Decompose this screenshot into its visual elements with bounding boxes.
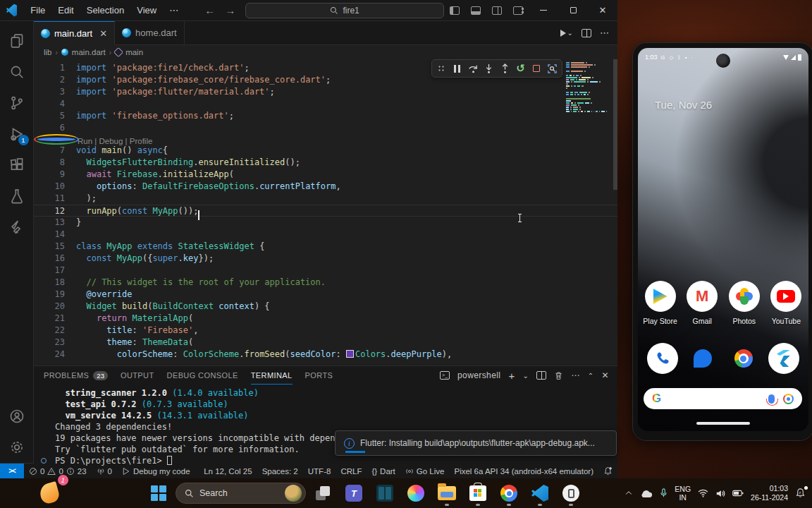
phone-screen[interactable]: 1:03 G ◇ ᛒ ▪ · Tue, Nov 26 Play Store MG… [638, 48, 808, 431]
launch-profile-chevron-icon[interactable]: ⌄ [523, 372, 529, 380]
volume-icon[interactable] [715, 489, 725, 498]
code-line[interactable]: 6 [34, 122, 617, 134]
tab-output[interactable]: OUTPUT [121, 366, 154, 385]
close-tab-icon[interactable]: ✕ [99, 28, 107, 39]
code-line[interactable]: 17 [34, 265, 617, 277]
copilot-icon[interactable] [402, 479, 430, 507]
tab-main-dart[interactable]: main.dart ✕ [34, 21, 115, 45]
teams-icon[interactable]: T [340, 479, 368, 507]
app-gmail[interactable]: MGmail [682, 281, 722, 325]
code-line[interactable]: 24 colorScheme: ColorScheme.fromSeed(see… [34, 349, 617, 361]
file-explorer-icon[interactable] [433, 479, 461, 507]
minimap[interactable] [566, 62, 607, 113]
close-button[interactable]: ✕ [588, 0, 617, 21]
editor-more-actions-icon[interactable]: ⋯ [600, 28, 609, 38]
code-line[interactable]: 10 options: DefaultFirebaseOptions.curre… [34, 181, 617, 193]
tab-problems[interactable]: PROBLEMS23 [44, 366, 108, 385]
stop-icon[interactable] [530, 62, 543, 75]
step-out-icon[interactable] [498, 62, 511, 75]
nav-back-icon[interactable]: ← [204, 4, 215, 16]
run-and-debug-icon[interactable]: 1 [0, 119, 34, 150]
menu-edit[interactable]: Edit [51, 0, 80, 21]
split-terminal-icon[interactable] [536, 371, 546, 380]
maximize-button[interactable] [558, 0, 588, 21]
menu-file[interactable]: File [24, 0, 51, 21]
tab-ports[interactable]: PORTS [305, 366, 333, 385]
app-photos[interactable]: Photos [725, 281, 764, 325]
language-indicator[interactable]: ENGIN [675, 485, 691, 502]
code-line[interactable]: 14 [34, 229, 617, 241]
settings-gear-icon[interactable] [0, 432, 34, 463]
code-line[interactable]: 23 theme: ThemeData( [34, 337, 617, 349]
code-editor[interactable]: 1import 'package:fire1/check.dart';2impo… [34, 59, 617, 365]
voice-search-icon[interactable] [768, 394, 775, 404]
accounts-icon[interactable] [0, 401, 34, 432]
nav-forward-icon[interactable]: → [225, 4, 235, 16]
microsoft-store-icon[interactable] [464, 479, 492, 507]
codelens[interactable]: Run | Debug | Profile [34, 134, 79, 145]
breadcrumb-symbol[interactable]: main [125, 48, 143, 56]
close-panel-icon[interactable]: ✕ [602, 370, 609, 380]
remote-indicator[interactable]: >< [0, 464, 24, 478]
microphone-icon[interactable] [660, 488, 668, 498]
drag-grip-icon[interactable] [435, 62, 448, 75]
messages-app-icon[interactable] [687, 343, 718, 374]
clock[interactable]: 01:0326-11-2024 [751, 484, 788, 502]
breadcrumb-file[interactable]: main.dart [72, 48, 106, 56]
task-view-button[interactable] [309, 479, 337, 507]
home-indicator[interactable] [696, 422, 750, 425]
minimize-button[interactable] [529, 0, 558, 21]
source-control-icon[interactable] [0, 87, 34, 119]
chrome-app-icon[interactable] [728, 343, 759, 374]
search-icon[interactable] [0, 56, 34, 87]
taskbar-search[interactable]: Search [176, 483, 306, 504]
code-line[interactable]: 11 ); [34, 193, 617, 205]
code-line[interactable]: 22 title: 'Firebase', [34, 325, 617, 337]
google-search-bar[interactable]: G [644, 388, 802, 409]
code-line[interactable]: 19 @override [34, 289, 617, 301]
emulator-app-icon[interactable] [557, 479, 585, 507]
restart-icon[interactable]: ↺ [515, 62, 527, 75]
panel-more-actions-icon[interactable]: ⋯ [571, 370, 579, 380]
new-terminal-icon[interactable]: + [508, 370, 515, 382]
code-line[interactable]: 21 return MaterialApp( [34, 313, 617, 325]
toggle-secondary-sidebar-icon[interactable] [486, 0, 508, 21]
code-line[interactable]: 12 runApp(const MyApp()); [34, 205, 617, 217]
tab-home-dart[interactable]: home.dart [115, 21, 185, 44]
widget-inspector-icon[interactable] [546, 62, 559, 75]
extensions-icon[interactable] [0, 150, 34, 181]
vertical-scrollbar[interactable] [613, 59, 617, 190]
code-line[interactable]: 3import 'package:flutter/material.dart'; [34, 86, 617, 98]
terminal-line[interactable]: string_scanner 1.2.0 (1.4.0 available) [55, 387, 617, 399]
vscode-icon[interactable] [526, 479, 554, 507]
code-line[interactable]: 7void main() async{ [34, 145, 617, 157]
code-line[interactable]: 16 const MyApp({super.key}); [34, 253, 617, 265]
battery-icon[interactable] [732, 490, 744, 497]
menu-selection[interactable]: Selection [80, 0, 130, 21]
customize-layout-icon[interactable] [508, 0, 529, 21]
explorer-icon[interactable] [0, 25, 34, 56]
menu-view[interactable]: View [130, 0, 163, 21]
hidden-icons-chevron[interactable] [625, 489, 633, 497]
step-into-icon[interactable] [483, 62, 496, 75]
code-line[interactable]: 18 // This widget is the root of your ap… [34, 277, 617, 289]
code-line[interactable]: 15class MyApp extends StatelessWidget { [34, 241, 617, 253]
kill-terminal-icon[interactable] [554, 371, 563, 380]
tab-terminal[interactable]: TERMINAL [251, 366, 293, 385]
code-line[interactable]: 13} [34, 217, 617, 229]
app-youtube[interactable]: YouTube [766, 281, 806, 325]
google-lens-icon[interactable] [783, 394, 794, 404]
tab-debug-console[interactable]: DEBUG CONSOLE [167, 366, 238, 385]
code-line[interactable]: 4 [34, 98, 617, 110]
testing-icon[interactable] [0, 181, 34, 212]
dev-app-icon[interactable] [371, 479, 399, 507]
step-over-icon[interactable] [467, 62, 479, 75]
code-line[interactable]: 20 Widget build(BuildContext context) { [34, 301, 617, 313]
phone-app-icon[interactable] [647, 343, 678, 374]
menu-more[interactable]: ⋯ [163, 0, 185, 21]
flutter-app-icon[interactable] [768, 343, 799, 374]
split-editor-icon[interactable] [582, 29, 591, 37]
code-line[interactable]: 5import 'firebase_options.dart'; [34, 110, 617, 122]
run-or-debug-button[interactable]: ⌄ [560, 29, 573, 37]
maximize-panel-icon[interactable]: ⌃ [588, 372, 594, 380]
